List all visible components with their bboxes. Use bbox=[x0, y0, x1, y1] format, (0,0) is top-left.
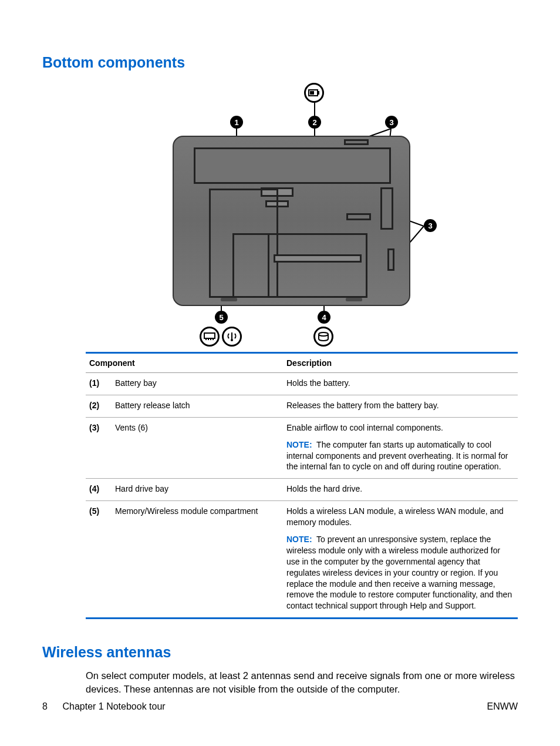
table-row: (3) Vents (6) Enable airflow to cool int… bbox=[86, 417, 518, 479]
row-index: (1) bbox=[86, 373, 112, 395]
row-desc: Enable airflow to cool internal componen… bbox=[283, 417, 518, 479]
svg-rect-4 bbox=[204, 333, 215, 338]
row-index: (2) bbox=[86, 395, 112, 417]
heading-bottom-components: Bottom components bbox=[42, 54, 518, 71]
row-desc: Holds the battery. bbox=[283, 373, 518, 395]
svg-rect-2 bbox=[310, 91, 314, 95]
laptop-bottom-view bbox=[173, 136, 410, 306]
th-description: Description bbox=[283, 353, 518, 373]
callout-5: 5 bbox=[215, 311, 228, 324]
hard-drive-strip bbox=[274, 254, 362, 263]
hard-drive-bay-outline bbox=[268, 233, 367, 298]
svg-point-9 bbox=[231, 339, 233, 341]
row-desc: Holds a wireless LAN module, a wireless … bbox=[283, 501, 518, 619]
callout-3-top: 3 bbox=[385, 116, 398, 129]
chapter-label: Chapter 1 Notebook tour bbox=[62, 701, 165, 711]
vent-outline bbox=[387, 248, 394, 271]
row-name: Battery bay bbox=[112, 373, 283, 395]
memory-icon bbox=[200, 327, 220, 347]
battery-icon bbox=[304, 83, 324, 103]
svg-point-3 bbox=[319, 332, 328, 336]
note-text: The computer fan starts up automatically… bbox=[286, 440, 508, 472]
row-name: Vents (6) bbox=[112, 417, 283, 479]
row-desc: Holds the hard drive. bbox=[283, 479, 518, 501]
components-table: Component Description (1) Battery bay Ho… bbox=[86, 352, 518, 619]
row-name: Memory/Wireless module compartment bbox=[112, 501, 283, 619]
page-footer: 8 Chapter 1 Notebook tour ENWW bbox=[42, 701, 518, 712]
vent-outline bbox=[346, 213, 371, 220]
battery-bay-outline bbox=[194, 147, 391, 184]
note-text: To prevent an unresponsive system, repla… bbox=[286, 535, 512, 610]
row-index: (4) bbox=[86, 479, 112, 501]
row-name: Hard drive bay bbox=[112, 479, 283, 501]
row-desc: Releases the battery from the battery ba… bbox=[283, 395, 518, 417]
table-row: (2) Battery release latch Releases the b… bbox=[86, 395, 518, 417]
foot bbox=[221, 298, 237, 301]
callout-2: 2 bbox=[308, 116, 321, 129]
row-name: Battery release latch bbox=[112, 395, 283, 417]
row-index: (5) bbox=[86, 501, 112, 619]
footer-right: ENWW bbox=[487, 701, 518, 712]
page-number: 8 bbox=[42, 701, 60, 712]
note-label: NOTE: bbox=[286, 535, 312, 544]
hard-drive-icon bbox=[313, 327, 333, 347]
diagram-bottom-components: 1 2 3 3 4 5 bbox=[77, 83, 518, 347]
vent-outline bbox=[344, 139, 369, 145]
note-label: NOTE: bbox=[286, 440, 312, 449]
wireless-body-text: On select computer models, at least 2 an… bbox=[86, 669, 518, 695]
vent-outline bbox=[380, 187, 393, 230]
wireless-icon bbox=[222, 327, 242, 347]
foot bbox=[346, 298, 362, 301]
callout-1: 1 bbox=[230, 116, 243, 129]
table-row: (5) Memory/Wireless module compartment H… bbox=[86, 501, 518, 619]
table-row: (1) Battery bay Holds the battery. bbox=[86, 373, 518, 395]
row-index: (3) bbox=[86, 417, 112, 479]
callout-3-side: 3 bbox=[424, 219, 437, 232]
callout-4: 4 bbox=[318, 311, 330, 324]
table-row: (4) Hard drive bay Holds the hard drive. bbox=[86, 479, 518, 501]
svg-rect-1 bbox=[318, 91, 319, 95]
heading-wireless-antennas: Wireless antennas bbox=[42, 644, 518, 661]
th-component: Component bbox=[86, 353, 283, 373]
